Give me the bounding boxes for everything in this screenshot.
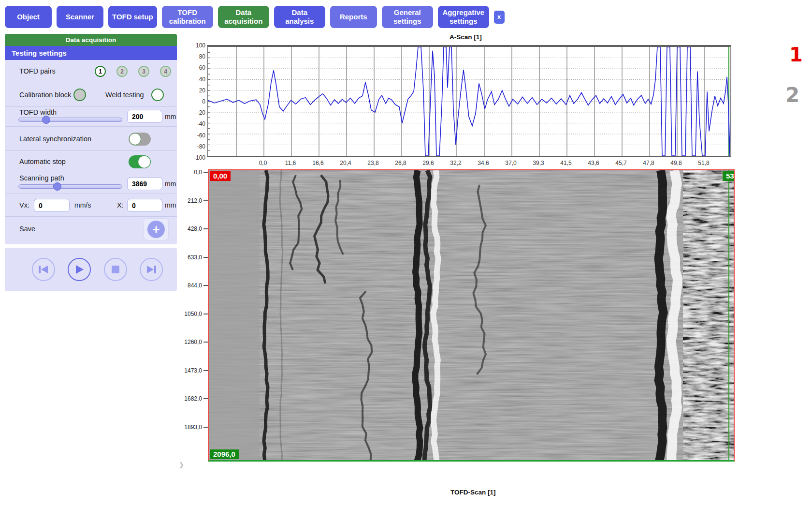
ascan-x-tick-label: 23,8 (367, 160, 378, 166)
lateral-sync-row: Lateral synchronization (5, 127, 177, 151)
weld-testing-radio[interactable] (151, 89, 164, 101)
ascan-x-tick-label: 41,5 (560, 160, 571, 166)
ascan-x-tick-label: 29,6 (422, 160, 434, 166)
ascan-x-tick-label: 45,7 (615, 160, 626, 166)
tofd-y-tick-label: 212,0 (184, 197, 202, 204)
transport-stop-button[interactable] (104, 258, 127, 281)
nav-tab-general-settings[interactable]: General settings (382, 6, 433, 28)
ascan-title: A-Scan [1] (450, 33, 482, 41)
nav-tab-tofd-calibration[interactable]: TOFD calibration (162, 6, 213, 28)
lateral-sync-label: Lateral synchronization (19, 135, 91, 143)
nav-tab-tofd-setup[interactable]: TOFD setup (108, 6, 157, 28)
tofd-y-tick-mark (203, 398, 208, 399)
tofd-scan-texture (209, 170, 734, 460)
tofd-pair-option-4[interactable]: 4 (160, 66, 171, 77)
vx-unit: mm/s (74, 201, 91, 209)
mode-row: Calibration block Weld testing (5, 83, 177, 107)
ascan-y-tick-label: 0 (189, 98, 205, 105)
nav-close-button[interactable]: x (494, 11, 505, 24)
tofd-y-tick-label: 0,0 (184, 169, 202, 176)
tofd-y-tick-label: 844,0 (184, 282, 202, 289)
calibration-block-radio[interactable] (73, 89, 86, 101)
tofd-y-tick-label: 1050,0 (184, 311, 202, 317)
scanning-path-label: Scanning path (19, 174, 64, 182)
channel-2-marker[interactable]: 2 (785, 83, 799, 107)
tofd-y-tick-mark (203, 172, 208, 173)
tofd-y-tick-label: 1473,0 (184, 367, 202, 374)
ascan-x-tick-label: 37,0 (505, 160, 516, 166)
panel-title: Data acquisition (5, 34, 177, 46)
tofd-y-tick-label: 1260,0 (184, 339, 202, 345)
tofd-y-tick-mark (203, 342, 208, 343)
tofd-y-tick-mark (203, 228, 208, 229)
x-input[interactable] (127, 199, 162, 212)
ascan-y-tick-label: 40 (189, 76, 205, 83)
tofd-y-tick-mark (203, 257, 208, 258)
auto-stop-row: Automatic stop (5, 151, 177, 172)
scroll-hint-icon: ❯ (179, 461, 184, 468)
ascan-y-tick-label: 60 (189, 64, 205, 71)
tofd-width-label: TOFD width (19, 108, 57, 116)
tofd-y-tick-mark (203, 314, 208, 314)
channel-1-marker[interactable]: 1 (789, 44, 803, 66)
ascan-chart[interactable] (207, 45, 731, 157)
ascan-x-tick-label: 11,6 (285, 160, 296, 166)
scanning-path-input[interactable] (127, 177, 162, 190)
nav-tab-object[interactable]: Object (5, 6, 52, 28)
nav-tab-data-analysis[interactable]: Data analysis (274, 6, 325, 28)
nav-tab-aggregative-settings[interactable]: Aggregative settings (438, 6, 489, 28)
ascan-y-tick-label: -100 (189, 154, 205, 161)
tofd-scan-image[interactable]: 0,00 53,39 2096,0 (208, 169, 735, 462)
tofd-depth-cursor-badge: 53,39 (723, 171, 735, 181)
auto-stop-toggle[interactable] (129, 155, 151, 168)
tofd-pairs-label: TOFD pairs (19, 67, 56, 75)
ascan-x-tick-label: 0,0 (259, 160, 267, 166)
tofd-origin-badge: 0,00 (210, 171, 231, 181)
tofd-width-input[interactable] (127, 110, 162, 123)
ascan-x-tick-label: 51,8 (698, 160, 709, 166)
transport-skip-start-button[interactable] (32, 258, 55, 281)
ascan-x-tick-label: 32,2 (450, 160, 461, 166)
velocity-position-row: Vx: mm/s X: mm (5, 194, 177, 217)
tofd-y-tick-label: 428,0 (184, 225, 202, 232)
tofd-y-tick-mark (203, 370, 208, 371)
ascan-x-tick-label: 34,6 (478, 160, 489, 166)
scanning-path-slider-thumb[interactable] (53, 182, 61, 191)
ascan-y-tick-label: 20 (189, 87, 205, 94)
x-unit: mm (165, 201, 176, 209)
vx-input[interactable] (34, 199, 70, 212)
nav-tab-data-acquisition[interactable]: Data acquisition (218, 6, 269, 28)
save-add-button[interactable]: + (147, 221, 165, 238)
nav-tab-reports[interactable]: Reports (330, 6, 377, 28)
transport-skip-end-button[interactable] (140, 258, 163, 281)
lateral-sync-toggle[interactable] (129, 133, 151, 146)
ascan-x-tick-label: 39,3 (533, 160, 544, 166)
transport-panel (5, 248, 177, 291)
nav-tab-scanner[interactable]: Scanner (57, 6, 103, 28)
tofd-width-slider-thumb[interactable] (42, 116, 50, 124)
tofd-pair-option-1[interactable]: 1 (95, 66, 106, 77)
tofd-pair-option-3[interactable]: 3 (138, 66, 149, 77)
x-label: X: (117, 201, 124, 209)
save-label: Save (19, 225, 35, 233)
tofd-width-slider[interactable] (18, 118, 122, 122)
tofd-y-tick-mark (203, 427, 208, 428)
ascan-x-tick-label: 43,6 (588, 160, 599, 166)
scanning-path-slider[interactable] (18, 184, 122, 189)
ascan-plot (208, 47, 730, 156)
section-header-testing-settings[interactable]: Testing settings (5, 46, 177, 60)
tofd-y-tick-label: 633,0 (184, 254, 202, 261)
tofd-y-tick-label: 1893,0 (184, 424, 202, 431)
ascan-x-tick-label: 49,8 (670, 160, 682, 166)
ascan-x-tick-label: 16,6 (312, 160, 323, 166)
play-icon (74, 265, 84, 274)
calibration-block-label: Calibration block (19, 91, 71, 99)
tofd-pair-option-2[interactable]: 2 (116, 66, 128, 77)
ascan-y-tick-label: -20 (189, 109, 205, 116)
tofd-length-badge: 2096,0 (210, 449, 239, 459)
stop-icon (111, 265, 120, 274)
ascan-y-tick-label: -80 (189, 143, 205, 150)
settings-panel: Data acquisition Testing settings TOFD p… (5, 34, 177, 244)
top-navigation: ObjectScannerTOFD setupTOFD calibrationD… (5, 6, 505, 28)
transport-play-button[interactable] (68, 258, 91, 281)
